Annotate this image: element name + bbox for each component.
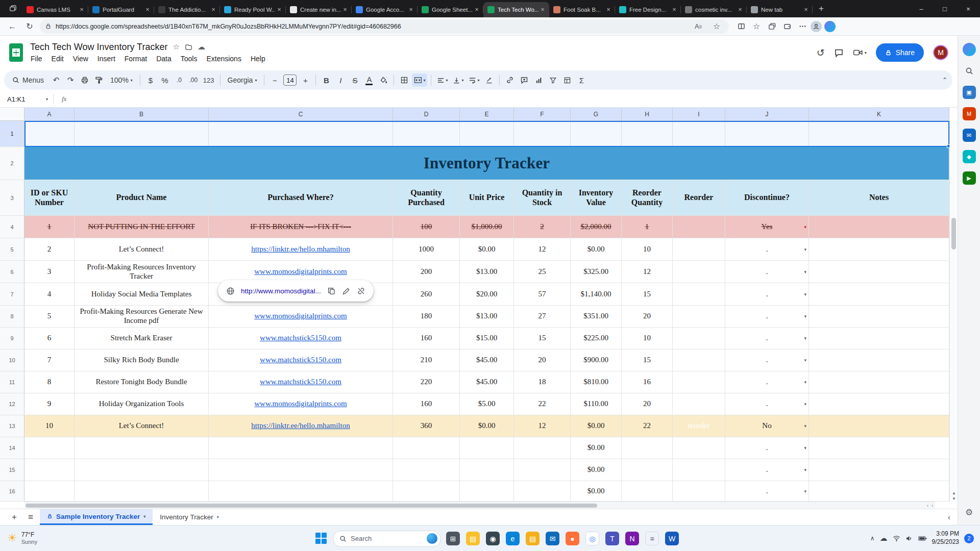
cell-11-J[interactable]: .▾ <box>725 371 809 393</box>
new-tab-button[interactable]: + <box>815 2 828 15</box>
cell-13-G[interactable]: $0.00 <box>571 415 622 437</box>
taskbar-clock[interactable]: 3:09 PM 9/25/2023 <box>932 530 959 546</box>
text-color-button[interactable]: A <box>362 73 376 87</box>
cell-4-H[interactable]: 1 <box>622 216 673 238</box>
cell-6-J[interactable]: .▾ <box>725 261 809 283</box>
address-bar[interactable]: https://docs.google.com/spreadsheets/d/1… <box>40 19 729 34</box>
cell-6-B[interactable]: Profit-Making Resources Inventory Tracke… <box>75 261 209 283</box>
menu-format[interactable]: Format <box>121 54 151 64</box>
cell-14-C[interactable] <box>209 437 393 459</box>
browser-tab[interactable]: Foot Soak B...× <box>549 2 615 17</box>
taskbar-icon-teams[interactable]: T <box>605 532 619 545</box>
more-formats-button[interactable]: 123 <box>201 73 216 87</box>
tab-close-icon[interactable]: × <box>78 6 86 14</box>
cell-16-E[interactable] <box>460 481 514 502</box>
cell-6-H[interactable]: 12 <box>622 261 673 283</box>
column-header-I[interactable]: I <box>673 108 725 121</box>
cell-11-I[interactable] <box>673 371 725 393</box>
cell-11-H[interactable]: 16 <box>622 371 673 393</box>
cell-13-I[interactable]: reorder <box>673 415 725 437</box>
undo-button[interactable]: ↶ <box>50 73 63 87</box>
row-header-9[interactable]: 9 <box>0 328 24 349</box>
cell-8-K[interactable] <box>809 306 949 328</box>
sidebar-designer-icon[interactable]: ◆ <box>963 150 976 163</box>
cell-14-E[interactable] <box>460 437 514 459</box>
start-button[interactable] <box>315 533 328 545</box>
bold-button[interactable]: B <box>320 73 333 87</box>
cell-5-B[interactable]: Let’s Connect! <box>75 238 209 261</box>
move-folder-icon[interactable] <box>185 43 192 51</box>
scroll-up-icon[interactable]: ▲ <box>952 490 956 496</box>
sidebar-search-icon[interactable] <box>963 64 976 78</box>
cell-10-H[interactable]: 15 <box>622 349 673 371</box>
strikethrough-button[interactable]: S <box>348 73 361 87</box>
tab-close-icon[interactable]: × <box>538 6 547 14</box>
cell-10-B[interactable]: Silky Rich Body Bundle <box>75 349 209 371</box>
cell-16-I[interactable] <box>673 481 725 502</box>
cell-dropdown-icon[interactable]: ▾ <box>804 488 806 494</box>
menu-insert[interactable]: Insert <box>94 54 119 64</box>
zoom-select[interactable]: 100%▾ <box>106 76 137 84</box>
comments-icon[interactable] <box>834 48 844 58</box>
cell-12-I[interactable] <box>673 393 725 415</box>
sheet-tab[interactable]: Inventory Tracker▾ <box>153 509 226 525</box>
row-header-8[interactable]: 8 <box>0 306 24 328</box>
cell-7-E[interactable]: $20.00 <box>460 283 514 306</box>
cell-6-E[interactable]: $13.00 <box>460 261 514 283</box>
row-header-12[interactable]: 12 <box>0 393 24 415</box>
tab-close-icon[interactable]: × <box>802 6 810 14</box>
column-title-cell[interactable]: Discontinue? <box>725 180 809 216</box>
browser-tab[interactable]: PortalGuard× <box>88 2 154 17</box>
column-title-cell[interactable]: Quantity Purchased <box>393 180 460 216</box>
tab-actions-icon[interactable] <box>5 3 20 15</box>
redo-button[interactable]: ↷ <box>64 73 77 87</box>
cell-7-D[interactable]: 260 <box>393 283 460 306</box>
borders-button[interactable] <box>398 73 411 87</box>
column-header-H[interactable]: H <box>622 108 673 121</box>
cell-4-C[interactable]: IF ITS BROKEN --->FIX IT<--- <box>209 216 393 238</box>
cell-dropdown-icon[interactable]: ▾ <box>804 467 806 473</box>
cell-8-E[interactable]: $13.00 <box>460 306 514 328</box>
decrease-decimals-button[interactable]: .0 <box>173 73 186 87</box>
filter-views-button[interactable] <box>560 73 574 87</box>
cell-1-A[interactable] <box>24 121 75 147</box>
taskbar-search[interactable]: Search <box>333 531 441 547</box>
browser-tab[interactable]: Tech Tech Wo...× <box>483 2 549 17</box>
cell-15-F[interactable] <box>514 459 571 481</box>
column-header-B[interactable]: B <box>75 108 209 121</box>
tab-close-icon[interactable]: × <box>407 6 415 14</box>
insert-chart-button[interactable] <box>532 73 545 87</box>
read-aloud-icon[interactable]: A)) <box>691 19 705 34</box>
browser-tab[interactable]: Ready Pool W...× <box>220 2 286 17</box>
column-header-E[interactable]: E <box>460 108 514 121</box>
cell-dropdown-icon[interactable]: ▾ <box>804 336 806 341</box>
tab-close-icon[interactable]: × <box>604 6 612 14</box>
cell-9-A[interactable]: 6 <box>24 328 75 349</box>
hide-toolbar-button[interactable]: ⌃ <box>942 77 947 84</box>
cell-16-D[interactable] <box>393 481 460 502</box>
cell-dropdown-icon[interactable]: ▾ <box>804 246 806 252</box>
cell-1-H[interactable] <box>622 121 673 147</box>
cell-10-I[interactable] <box>673 349 725 371</box>
taskbar-icon-task-view[interactable]: ⊞ <box>446 532 460 545</box>
tab-close-icon[interactable]: × <box>736 6 744 14</box>
column-title-cell[interactable]: Product Name <box>75 180 209 216</box>
battery-icon[interactable] <box>918 536 927 541</box>
cell-4-J[interactable]: Yes▾ <box>725 216 809 238</box>
cell-12-E[interactable]: $5.00 <box>460 393 514 415</box>
cell-7-A[interactable]: 4 <box>24 283 75 306</box>
cell-5-I[interactable] <box>673 238 725 261</box>
sidebar-shopping-icon[interactable]: ▣ <box>963 86 976 99</box>
cell-15-H[interactable] <box>622 459 673 481</box>
cell-4-B[interactable]: NOT PUTTING IN THE EFFORT <box>75 216 209 238</box>
cell-13-F[interactable]: 12 <box>514 415 571 437</box>
cell-7-I[interactable] <box>673 283 725 306</box>
cell-8-B[interactable]: Profit-Making Resources Generate New Inc… <box>75 306 209 328</box>
taskbar-icon-word[interactable]: W <box>665 532 679 545</box>
sheet-tab-menu-icon[interactable]: ▾ <box>217 515 219 519</box>
cell-6-F[interactable]: 25 <box>514 261 571 283</box>
format-currency-button[interactable]: $ <box>144 73 157 87</box>
vertical-scroll-thumb[interactable] <box>951 218 956 249</box>
cell-15-J[interactable]: .▾ <box>725 459 809 481</box>
cell-7-K[interactable] <box>809 283 949 306</box>
